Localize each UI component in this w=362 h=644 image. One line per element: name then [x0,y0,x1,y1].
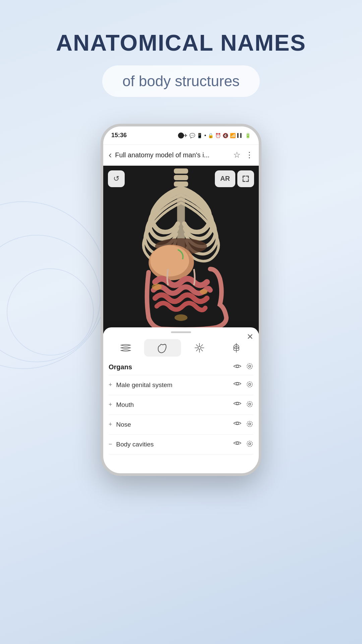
item-label-male-genital: Male genital system [116,381,173,389]
svg-point-9 [200,289,207,294]
svg-point-32 [249,423,251,425]
tab-layers[interactable] [107,339,144,357]
stomach-icon [157,342,169,354]
wifi-icon: 📶 [230,133,236,138]
item-left-body-cavities: − Body cavities [109,441,154,448]
svg-line-18 [201,344,203,346]
svg-point-11 [198,346,201,349]
item-label-mouth: Mouth [116,401,134,409]
svg-point-8 [152,283,162,290]
item-label-body-cavities: Body cavities [116,441,154,448]
svg-point-29 [249,403,251,405]
item-visibility-male-genital[interactable] [233,381,241,389]
settings-ring-icon [246,381,253,388]
star-button[interactable]: ☆ [233,150,241,160]
more-button[interactable]: ⋮ [245,150,253,160]
svg-point-22 [247,364,252,369]
item-left-male-genital: + Male genital system [109,381,172,389]
svg-point-35 [249,443,251,445]
eye-icon [233,363,241,369]
svg-point-26 [249,383,251,385]
svg-point-10 [175,314,188,321]
list-section: Organs [103,359,259,454]
model-view[interactable]: ↺ AR [103,166,259,333]
expand-icon [242,175,249,182]
expand-plus-icon-mouth: + [109,401,112,408]
svg-point-30 [236,422,239,424]
organs-header-row: Organs [109,359,253,375]
eye-icon [233,420,241,426]
phone-mockup: 15:36 ✈ 💬 📱 • 🔒 ⏰ 🔇 📶 ▍▍ 🔋 ‹ Full anatom… [101,124,261,476]
phone-container: 15:36 ✈ 💬 📱 • 🔒 ⏰ 🔇 📶 ▍▍ 🔋 ‹ Full anatom… [0,124,362,476]
panel-handle [171,331,191,333]
signal-icon: ▍▍ [237,133,243,138]
alarm-icon: ⏰ [215,133,221,138]
svg-point-27 [236,402,239,405]
svg-rect-1 [174,168,188,173]
expand-plus-icon: + [109,381,112,388]
settings-ring-icon [246,420,253,428]
settings-ring-icon [246,400,253,408]
item-left-nose: + Nose [109,421,131,428]
list-item[interactable]: + Nose [109,415,253,435]
svg-point-7 [150,245,189,276]
item-settings-male-genital[interactable] [246,381,253,389]
skeleton-icon [230,342,242,354]
item-settings-body-cavities[interactable] [246,440,253,449]
subtitle-text: of body structures [122,73,240,89]
svg-point-21 [236,365,239,367]
tab-nerves[interactable] [181,339,218,357]
list-item[interactable]: − Body cavities [109,435,253,454]
bottom-panel: ✕ [103,327,259,473]
list-item[interactable]: + Male genital system [109,375,253,395]
svg-point-31 [247,421,252,427]
page-title: ANATOMICAL NAMES [0,30,362,55]
item-icons-male-genital [233,381,253,389]
organs-visibility-button[interactable] [233,363,241,371]
ar-button[interactable]: AR [215,170,235,187]
svg-point-23 [249,365,251,367]
item-visibility-nose[interactable] [233,420,241,429]
svg-line-19 [196,349,198,351]
tab-row [107,339,255,357]
item-left-mouth: + Mouth [109,401,134,409]
reset-view-button[interactable]: ↺ [108,170,125,187]
msg-icon: 💬 [189,133,195,138]
location-icon: ✈ [184,133,188,138]
subtitle-pill: of body structures [102,65,260,97]
item-icons-body-cavities [233,440,253,449]
mute-icon: 🔇 [223,133,228,138]
organs-settings-button[interactable] [246,363,253,372]
nerves-icon [193,342,205,354]
expand-plus-icon-nose: + [109,421,112,428]
lock-icon: 🔒 [208,133,214,138]
layers-icon [120,342,132,353]
organs-header-label: Organs [109,363,132,371]
phone-camera [178,132,184,139]
tab-organs[interactable] [144,339,181,357]
expand-button[interactable] [237,170,254,187]
status-icons: ✈ 💬 📱 • 🔒 ⏰ 🔇 📶 ▍▍ 🔋 [184,132,251,139]
header-section: ANATOMICAL NAMES of body structures [0,0,362,117]
item-visibility-mouth[interactable] [233,400,241,409]
battery-icon: 🔋 [245,133,251,138]
tab-bones[interactable] [218,339,255,357]
list-item[interactable]: + Mouth [109,395,253,415]
item-visibility-body-cavities[interactable] [233,440,241,449]
status-time: 15:36 [111,132,127,139]
settings-ring-icon [246,363,253,370]
svg-point-24 [236,382,239,385]
item-label-nose: Nose [116,421,131,428]
svg-line-17 [201,349,203,351]
svg-point-33 [236,442,239,444]
back-button[interactable]: ‹ [109,150,112,160]
svg-rect-2 [174,175,188,180]
app-bar-title: Full anatomy model of man's i... [115,151,230,159]
item-settings-mouth[interactable] [246,400,253,409]
eye-icon [233,440,241,446]
eye-icon [233,381,241,387]
item-icons-nose [233,420,253,429]
close-button[interactable]: ✕ [247,332,253,341]
item-settings-nose[interactable] [246,420,253,429]
organs-header-icons [233,363,253,372]
